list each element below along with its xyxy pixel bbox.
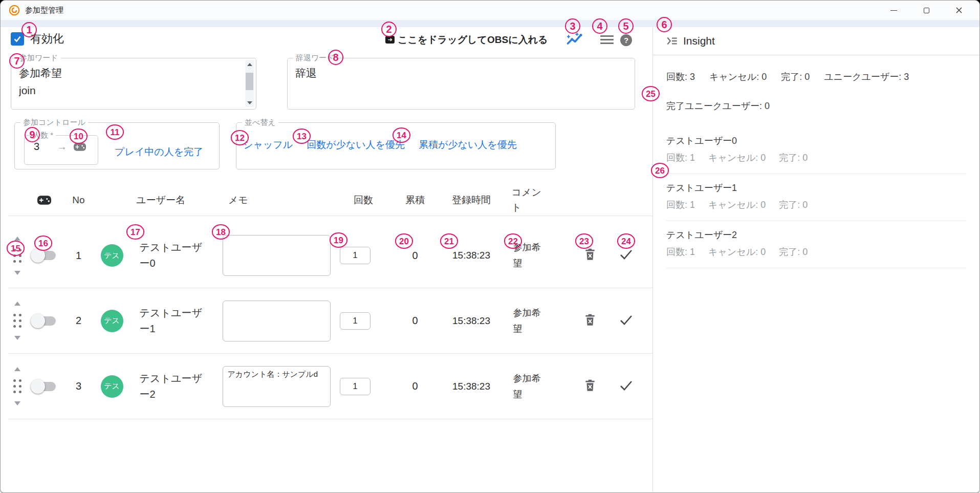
complete-button[interactable] xyxy=(619,249,633,262)
header-no: No xyxy=(62,195,95,206)
row-number: 2 xyxy=(62,315,95,327)
registered-time: 15:38:23 xyxy=(438,315,505,327)
avatar: テス xyxy=(101,375,123,398)
delete-button[interactable] xyxy=(584,248,596,263)
join-word-input[interactable]: 参加希望 join xyxy=(19,65,243,105)
insight-user-entry: テストユーザー0 回数: 1 キャンセル: 0 完了: 0 xyxy=(666,135,966,174)
table-row: 2 テス テストユーザー1 0 15:38:23 参加希望 xyxy=(8,288,652,354)
header-time: 登録時間 xyxy=(438,194,505,207)
titlebar: 参加型管理 xyxy=(1,1,979,20)
user-name: テストユーザー0 xyxy=(140,240,207,271)
participation-control-legend: 参加コントロール xyxy=(20,118,88,127)
sort-group: 並べ替え シャッフル 回数が少ない人を優先 累積が少ない人を優先 xyxy=(236,122,556,169)
row-number: 1 xyxy=(62,250,95,262)
sort-legend: 並べ替え xyxy=(242,118,278,127)
user-stat-count: 回数: 1 xyxy=(666,199,695,211)
move-down-icon[interactable] xyxy=(14,401,20,405)
shuffle-link[interactable]: シャッフル xyxy=(243,138,293,152)
delete-button[interactable] xyxy=(584,379,596,394)
comment-value: 参加希望 xyxy=(513,371,545,402)
user-name: テストユーザー1 xyxy=(140,305,207,337)
playing-toggle[interactable] xyxy=(32,316,56,326)
summary-done: 完了: 0 xyxy=(781,71,810,83)
insight-panel: Insight 回数: 3 キャンセル: 0 完了: 0 ユニークユーザー: 3… xyxy=(652,27,979,492)
insight-user-name: テストユーザー1 xyxy=(666,182,966,194)
memo-input[interactable] xyxy=(223,301,331,341)
total-value: 0 xyxy=(392,315,438,327)
header-count: 回数 xyxy=(335,194,392,207)
participants-table: No ユーザー名 メモ 回数 累積 登録時間 コメント 1 テス テストユーザー… xyxy=(8,185,652,419)
insight-user-entry: テストユーザー1 回数: 1 キャンセル: 0 完了: 0 xyxy=(666,174,966,221)
row-number: 3 xyxy=(62,380,95,392)
drag-to-obs-label[interactable]: ここをドラッグしてOBSに入れる xyxy=(398,33,548,47)
registered-time: 15:38:23 xyxy=(438,250,505,261)
enable-checkbox[interactable] xyxy=(11,32,24,46)
header-comment: コメント xyxy=(512,185,547,216)
close-button[interactable] xyxy=(943,1,975,20)
header-band xyxy=(1,20,979,27)
user-stat-done: 完了: 0 xyxy=(779,246,808,258)
avatar: テス xyxy=(101,310,123,332)
user-stat-done: 完了: 0 xyxy=(779,152,808,164)
count-input[interactable] xyxy=(340,312,371,330)
scroll-up-button[interactable] xyxy=(245,60,254,69)
insight-user-list: テストユーザー0 回数: 1 キャンセル: 0 完了: 0 テストユーザー1 回… xyxy=(666,135,966,268)
move-down-icon[interactable] xyxy=(14,336,20,340)
window-title: 参加型管理 xyxy=(25,6,63,15)
playing-toggle[interactable] xyxy=(32,382,56,391)
gamepad-icon xyxy=(74,143,86,151)
player-count-input[interactable] xyxy=(31,141,50,153)
insight-panel-icon xyxy=(665,34,679,48)
check-icon xyxy=(13,34,22,44)
fewest-total-link[interactable]: 累積が少ない人を優先 xyxy=(419,138,517,152)
maximize-button[interactable] xyxy=(910,1,943,20)
complete-button[interactable] xyxy=(619,314,633,328)
scroll-down-button[interactable] xyxy=(245,99,254,107)
maximize-icon xyxy=(924,8,929,13)
header-total: 累積 xyxy=(392,194,438,207)
minimize-button[interactable] xyxy=(877,1,910,20)
user-stat-cancel: キャンセル: 0 xyxy=(708,152,766,164)
playing-toggle[interactable] xyxy=(32,251,56,260)
table-row: 3 テス テストユーザー2 アカウント名：サンプルd 0 15:38:23 参加… xyxy=(8,354,652,419)
move-up-icon[interactable] xyxy=(14,237,20,241)
user-stat-count: 回数: 1 xyxy=(666,152,695,164)
user-stat-cancel: キャンセル: 0 xyxy=(708,246,766,258)
player-count-field: 人数 * → xyxy=(24,135,98,165)
menu-icon[interactable] xyxy=(600,35,614,46)
move-up-icon[interactable] xyxy=(14,302,20,306)
gamepad-column-icon xyxy=(37,196,51,205)
comment-value: 参加希望 xyxy=(513,240,545,271)
arrow-right-icon: → xyxy=(57,141,67,153)
insight-user-entry: テストユーザー2 回数: 1 キャンセル: 0 完了: 0 xyxy=(666,221,966,268)
complete-button[interactable] xyxy=(619,380,633,393)
header-user: ユーザー名 xyxy=(128,194,218,207)
fewest-count-link[interactable]: 回数が少ない人を優先 xyxy=(307,138,405,152)
memo-input[interactable] xyxy=(223,235,331,276)
participation-control-group: 参加コントロール 人数 * → プレイ中の人を完了 xyxy=(14,122,220,169)
insights-chart-icon[interactable] xyxy=(565,31,584,47)
scrollbar[interactable] xyxy=(245,60,254,107)
summary-count: 回数: 3 xyxy=(666,71,695,83)
drag-handle-icon[interactable] xyxy=(13,249,21,263)
app-window: 参加型管理 有効化 ➜ ここをドラッグしてOBSに入れる ? 参加ワード 参加希… xyxy=(0,0,980,493)
count-input[interactable] xyxy=(340,378,371,395)
scrollbar-thumb[interactable] xyxy=(246,73,253,90)
user-stat-count: 回数: 1 xyxy=(666,246,695,258)
delete-button[interactable] xyxy=(584,313,596,329)
move-down-icon[interactable] xyxy=(14,271,20,275)
join-word-field: 参加ワード 参加希望 join xyxy=(11,58,256,110)
insight-header: Insight xyxy=(653,27,979,55)
drag-handle-icon[interactable] xyxy=(13,379,21,393)
insight-title: Insight xyxy=(683,35,715,47)
drag-handle-icon[interactable] xyxy=(13,314,21,328)
complete-playing-link[interactable]: プレイ中の人を完了 xyxy=(115,145,203,159)
decline-word-input[interactable]: 辞退 xyxy=(295,65,622,105)
memo-input[interactable]: アカウント名：サンプルd xyxy=(223,366,331,407)
total-value: 0 xyxy=(392,250,438,262)
player-count-legend: 人数 * xyxy=(30,131,56,140)
help-icon[interactable]: ? xyxy=(620,34,632,46)
move-up-icon[interactable] xyxy=(14,367,20,371)
count-input[interactable] xyxy=(340,247,371,264)
insight-user-name: テストユーザー0 xyxy=(666,135,966,147)
